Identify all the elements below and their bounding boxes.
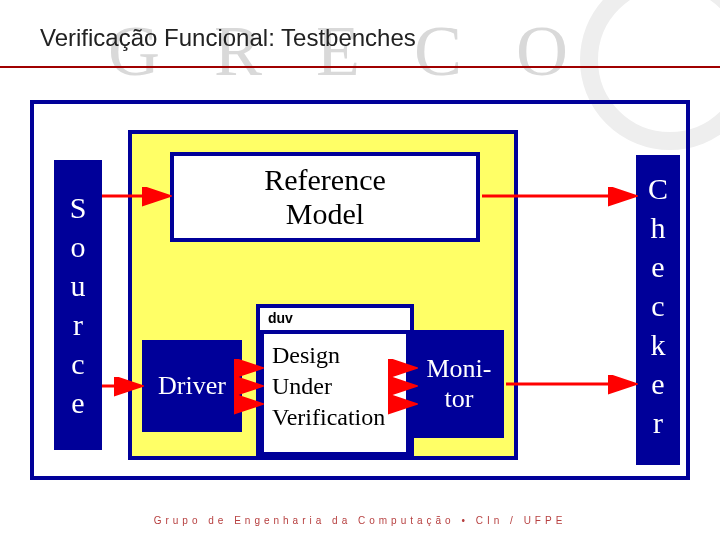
title-rule (0, 66, 720, 68)
driver-label: Driver (158, 371, 226, 401)
duv-block: Design Under Verification (260, 330, 410, 456)
duv-small-label: duv (268, 310, 293, 326)
duv-text: Design Under Verification (272, 342, 385, 430)
checker-block: Checker (636, 155, 680, 465)
monitor-label: Moni- tor (427, 354, 492, 414)
monitor-block: Moni- tor (414, 330, 504, 438)
footer-text: Grupo de Engenharia da Computação • CIn … (0, 515, 720, 526)
slide: GRECO Verificação Funcional: Testbenches… (0, 0, 720, 540)
source-block: Source (54, 160, 102, 450)
driver-block: Driver (142, 340, 242, 432)
page-title: Verificação Funcional: Testbenches (40, 24, 416, 52)
reference-model-label: Reference Model (264, 163, 386, 231)
reference-model-block: Reference Model (170, 152, 480, 242)
